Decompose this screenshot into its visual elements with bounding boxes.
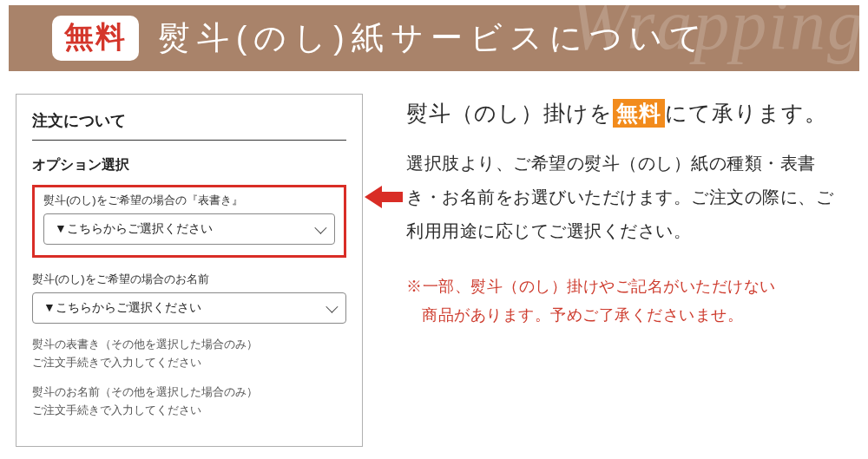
hint-omotegaki: 熨斗の表書き（その他を選択した場合のみ） ご注文手続きで入力してください xyxy=(32,336,346,373)
select-name-text: ▼こちらからご選択ください xyxy=(43,300,201,316)
hint1-line1: 熨斗の表書き（その他を選択した場合のみ） xyxy=(32,338,258,351)
description-body: 選択肢より、ご希望の熨斗（のし）紙の種類・表書き・お名前をお選びいただけます。ご… xyxy=(406,147,849,248)
highlight-box: 熨斗(のし)をご希望の場合の『表書き』 ▼こちらからご選択ください xyxy=(32,185,346,258)
svg-marker-0 xyxy=(365,186,403,208)
lead-pre: 熨斗（のし）掛けを xyxy=(406,101,613,125)
option-title: オプション選択 xyxy=(32,156,346,174)
select-omotegaki[interactable]: ▼こちらからご選択ください xyxy=(43,213,335,245)
banner-header: Wrapping 無料 熨斗(のし)紙サービスについて xyxy=(7,3,861,73)
panel-title: 注文について xyxy=(32,105,346,141)
banner-free-badge: 無料 xyxy=(52,16,139,61)
hint2-line2: ご注文手続きで入力してください xyxy=(32,404,201,416)
hint2-line1: 熨斗のお名前（その他を選択した場合のみ） xyxy=(32,386,258,398)
description-column: 熨斗（のし）掛けを無料にて承ります。 選択肢より、ご希望の熨斗（のし）紙の種類・… xyxy=(406,99,849,331)
order-panel: 注文について オプション選択 熨斗(のし)をご希望の場合の『表書き』 ▼こちらか… xyxy=(16,94,363,447)
field2-group: 熨斗(のし)をご希望の場合のお名前 ▼こちらからご選択ください xyxy=(32,272,346,324)
note-line1: ※一部、熨斗（のし）掛けやご記名がいただけない xyxy=(406,278,776,295)
select-omotegaki-text: ▼こちらからご選択ください xyxy=(55,221,213,237)
field1-label: 熨斗(のし)をご希望の場合の『表書き』 xyxy=(43,193,335,208)
hint1-line2: ご注文手続きで入力してください xyxy=(32,357,201,369)
note-line2: 商品があります。予めご了承くださいませ。 xyxy=(406,301,743,330)
lead-free-chip: 無料 xyxy=(613,99,665,128)
field2-label: 熨斗(のし)をご希望の場合のお名前 xyxy=(32,272,346,287)
chevron-down-icon xyxy=(314,222,326,234)
lead-line: 熨斗（のし）掛けを無料にて承ります。 xyxy=(406,99,849,128)
select-name[interactable]: ▼こちらからご選択ください xyxy=(32,292,346,324)
banner-title: 熨斗(のし)紙サービスについて xyxy=(158,16,709,60)
content-area: 注文について オプション選択 熨斗(のし)をご希望の場合の『表書き』 ▼こちらか… xyxy=(0,73,868,447)
hint-name: 熨斗のお名前（その他を選択した場合のみ） ご注文手続きで入力してください xyxy=(32,384,346,421)
lead-post: にて承ります。 xyxy=(665,101,827,125)
note-text: ※一部、熨斗（のし）掛けやご記名がいただけない 商品があります。予めご了承くださ… xyxy=(406,272,849,331)
arrow-icon xyxy=(365,184,403,210)
chevron-down-icon xyxy=(326,301,338,313)
